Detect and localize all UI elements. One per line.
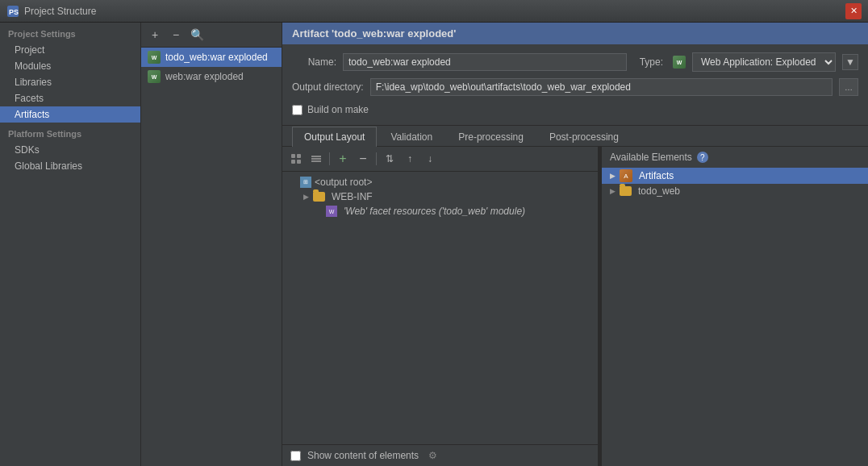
available-item-artifacts[interactable]: ▶ A Artifacts	[602, 168, 868, 184]
todo-web-expand-arrow[interactable]: ▶	[608, 187, 616, 195]
output-dir-row: Output directory: …	[292, 78, 858, 96]
layout-icon	[290, 152, 303, 165]
web-resources-icon: W	[326, 206, 337, 217]
tree-toolbar: + − ⇅ ↑ ↓	[282, 147, 598, 172]
tab-post-processing[interactable]: Post-processing	[537, 127, 631, 147]
build-on-make-checkbox[interactable]	[292, 105, 303, 115]
folder-icon	[313, 192, 325, 202]
sidebar-item-artifacts[interactable]: Artifacts	[0, 106, 140, 123]
name-row: Name: Type: W Web Application: Exploded …	[292, 52, 858, 72]
tab-validation[interactable]: Validation	[378, 127, 444, 147]
search-icon: 🔍	[190, 28, 204, 41]
type-label: Type:	[640, 56, 663, 68]
type-select[interactable]: Web Application: Exploded	[692, 52, 836, 72]
sidebar-item-modules[interactable]: Modules	[0, 58, 140, 74]
list-icon	[310, 152, 323, 165]
expand-arrow-webfacet	[315, 207, 323, 215]
remove-artifact-button[interactable]: −	[167, 26, 185, 44]
close-button[interactable]: ✕	[845, 3, 862, 19]
window-title: Project Structure	[24, 6, 845, 17]
browse-button[interactable]: …	[839, 78, 858, 96]
split-content: + − ⇅ ↑ ↓	[282, 147, 868, 466]
svg-rect-2	[291, 154, 295, 158]
add-element-button[interactable]: +	[334, 150, 352, 168]
artifact-list-panel: + − 🔍 W todo_web:war exploded W web:war …	[141, 23, 282, 466]
build-on-make-label: Build on make	[307, 104, 369, 115]
svg-text:PS: PS	[9, 8, 19, 16]
move-up-button[interactable]: ↑	[401, 150, 419, 168]
todo-web-folder-icon	[620, 186, 632, 196]
main-container: Project Settings Project Modules Librari…	[0, 23, 868, 466]
build-on-make-row: Build on make	[292, 102, 858, 117]
name-input[interactable]	[343, 53, 627, 71]
output-dir-input[interactable]	[370, 78, 833, 96]
artifacts-icon: A	[620, 169, 632, 182]
tree-area: + − ⇅ ↑ ↓	[282, 147, 599, 466]
show-content-checkbox[interactable]	[290, 451, 301, 461]
type-dropdown-button[interactable]: ▼	[842, 54, 858, 70]
available-item-todo-web[interactable]: ▶ todo_web	[602, 184, 868, 198]
sidebar: Project Settings Project Modules Librari…	[0, 23, 141, 466]
name-label: Name:	[292, 56, 336, 68]
toolbar-separator-2	[376, 152, 377, 165]
search-artifact-button[interactable]: 🔍	[188, 26, 206, 44]
form-area: Name: Type: W Web Application: Exploded …	[282, 44, 868, 126]
show-content-icon: ⚙	[428, 450, 437, 461]
artifacts-expand-arrow[interactable]: ▶	[608, 172, 616, 180]
expand-arrow-webinf[interactable]: ▶	[302, 193, 310, 201]
sidebar-item-global-libraries[interactable]: Global Libraries	[0, 158, 140, 174]
sidebar-item-libraries[interactable]: Libraries	[0, 74, 140, 90]
war-icon: W	[148, 70, 161, 83]
type-icon: W	[673, 56, 686, 69]
artifact-list-toolbar: + − 🔍	[141, 23, 282, 48]
artifact-list-item-war[interactable]: W web:war exploded	[141, 67, 282, 86]
sort-button[interactable]: ⇅	[381, 150, 399, 168]
svg-rect-5	[297, 160, 301, 164]
platform-settings-header: Platform Settings	[0, 123, 140, 142]
expand-arrow	[289, 178, 297, 186]
output-root-icon: ⊞	[300, 177, 311, 188]
project-settings-header: Project Settings	[0, 23, 140, 42]
svg-rect-3	[297, 154, 301, 158]
add-artifact-button[interactable]: +	[146, 26, 164, 44]
svg-rect-4	[291, 160, 295, 164]
show-layout-button[interactable]	[287, 150, 305, 168]
available-elements-header: Available Elements ?	[602, 147, 868, 168]
show-content-label: Show content of elements	[307, 450, 419, 461]
help-badge[interactable]: ?	[697, 152, 708, 163]
sidebar-item-project[interactable]: Project	[0, 42, 140, 58]
down-icon: ↓	[428, 153, 432, 164]
available-elements-panel: Available Elements ? ▶ A Artifacts ▶ tod…	[602, 147, 868, 466]
sidebar-item-sdks[interactable]: SDKs	[0, 142, 140, 158]
sidebar-item-facets[interactable]: Facets	[0, 90, 140, 106]
sort-icon: ⇅	[386, 153, 394, 164]
remove-element-button[interactable]: −	[354, 150, 372, 168]
tree-content: ⊞ <output root> ▶ WEB-INF W 'Web' facet …	[282, 172, 598, 444]
up-icon: ↑	[407, 153, 412, 164]
tree-item-web-facet[interactable]: W 'Web' facet resources ('todo_web' modu…	[282, 204, 598, 218]
svg-rect-6	[311, 156, 321, 157]
title-bar: PS Project Structure ✕	[0, 0, 868, 23]
tree-item-web-inf[interactable]: ▶ WEB-INF	[282, 189, 598, 204]
bottom-area: Show content of elements ⚙	[282, 444, 598, 466]
content-header: Artifact 'todo_web:war exploded'	[282, 23, 868, 44]
move-down-button[interactable]: ↓	[421, 150, 439, 168]
app-icon: PS	[6, 5, 19, 18]
artifact-list-item-todo[interactable]: W todo_web:war exploded	[141, 48, 282, 67]
tabs-bar: Output Layout Validation Pre-processing …	[282, 126, 868, 147]
tab-pre-processing[interactable]: Pre-processing	[446, 127, 536, 147]
tab-output-layout[interactable]: Output Layout	[292, 127, 377, 147]
tree-item-output-root[interactable]: ⊞ <output root>	[282, 175, 598, 189]
content-area: Artifact 'todo_web:war exploded' Name: T…	[282, 23, 868, 466]
war-exploded-icon: W	[148, 51, 161, 64]
output-dir-label: Output directory:	[292, 81, 364, 93]
toolbar-separator	[329, 152, 330, 165]
svg-rect-7	[311, 158, 321, 160]
svg-rect-8	[311, 160, 321, 162]
list-view-button[interactable]	[307, 150, 325, 168]
